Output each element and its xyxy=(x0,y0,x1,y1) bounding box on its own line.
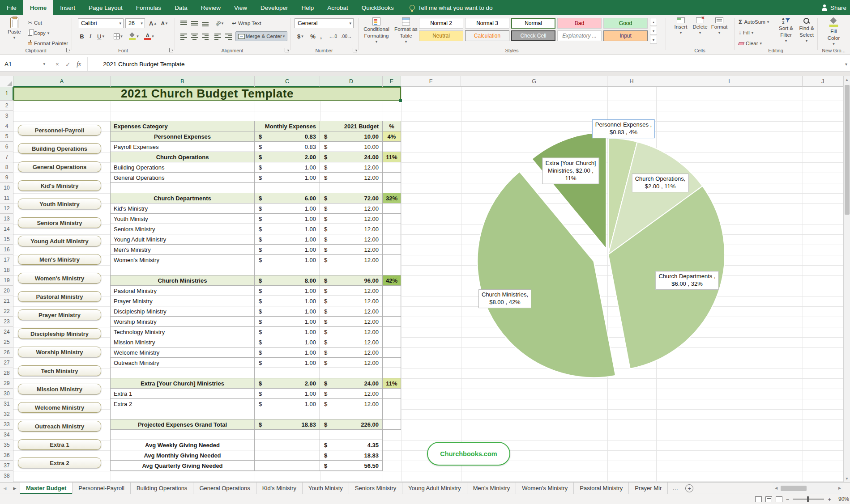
cell-B34[interactable] xyxy=(111,430,255,440)
cell-B6[interactable]: Payroll Expenses xyxy=(111,142,255,152)
italic-button[interactable]: I xyxy=(87,31,94,41)
cell-D23[interactable]: $12.00 xyxy=(320,317,383,327)
zoom-slider[interactable] xyxy=(793,499,824,500)
cell-E8[interactable] xyxy=(383,162,401,173)
row-header-15[interactable]: 15 xyxy=(0,234,13,245)
cell-D7[interactable]: $24.00 xyxy=(320,152,383,162)
row-header-13[interactable]: 13 xyxy=(0,214,13,224)
cell-C5[interactable]: $0.83 xyxy=(255,131,320,142)
increase-decimal-button[interactable]: ←.0 xyxy=(327,31,339,41)
cell-D36[interactable]: $18.83 xyxy=(320,450,383,461)
pie-label-church-operations[interactable]: Church Operations,$2.00 , 11% xyxy=(632,174,689,192)
cell-style-input[interactable]: Input xyxy=(603,30,648,41)
percent-style-button[interactable]: % xyxy=(309,31,317,41)
cell-B15[interactable]: Young Adult Ministry xyxy=(111,234,255,245)
nav-button-extra-1[interactable]: Extra 1 xyxy=(18,439,101,450)
cell-E11[interactable]: 32% xyxy=(383,193,401,203)
ribbon-tab-quickbooks[interactable]: QuickBooks xyxy=(355,0,401,15)
sheet-tab-overflow-icon[interactable]: … xyxy=(668,483,683,494)
horizontal-scrollbar[interactable]: ◀ ▶ xyxy=(773,482,843,494)
ribbon-tab-insert[interactable]: Insert xyxy=(53,0,82,15)
cell-C26[interactable]: $1.00 xyxy=(255,347,320,358)
column-header-E[interactable]: E xyxy=(383,76,401,87)
row-header-10[interactable]: 10 xyxy=(0,183,13,193)
cell-style-explanatory[interactable]: Explanatory ... xyxy=(557,30,602,41)
cell-D35[interactable]: $4.35 xyxy=(320,440,383,450)
cell-B29[interactable]: Extra [Your Church] Ministries xyxy=(111,378,255,389)
cell-B31[interactable]: Extra 2 xyxy=(111,399,255,409)
row-header-19[interactable]: 19 xyxy=(0,275,13,286)
cell-E6[interactable] xyxy=(383,142,401,152)
scroll-up-icon[interactable]: ▲ xyxy=(844,76,850,83)
cell-B26[interactable]: Welcome Ministry xyxy=(111,347,255,358)
cell-B9[interactable]: General Operations xyxy=(111,173,255,183)
cell-B5[interactable]: Personnel Expenses xyxy=(111,131,255,142)
sheet-tab-men-s-ministry[interactable]: Men's Ministry xyxy=(467,483,517,494)
clipboard-dialog-launcher[interactable] xyxy=(66,48,70,52)
fill-button[interactable]: ↓ Fill ▾ xyxy=(739,29,753,37)
ribbon-tab-help[interactable]: Help xyxy=(295,0,321,15)
find-select-button[interactable]: Find & Select ▾ xyxy=(797,15,816,51)
zoom-in-button[interactable]: + xyxy=(828,496,831,503)
font-dialog-launcher[interactable] xyxy=(169,48,173,52)
cell-D34[interactable] xyxy=(320,430,383,440)
nav-button-kid-s-ministry[interactable]: Kid's Ministry xyxy=(18,180,101,191)
align-middle-button[interactable] xyxy=(190,18,199,28)
cell-C37[interactable] xyxy=(255,461,320,471)
nav-button-general-operations[interactable]: General Operations xyxy=(18,161,101,172)
cell-B25[interactable]: Mission Ministry xyxy=(111,337,255,347)
column-header-I[interactable]: I xyxy=(656,76,803,87)
cell-D32[interactable] xyxy=(320,409,383,419)
decrease-decimal-button[interactable]: .00→ xyxy=(340,31,353,41)
cell-D27[interactable]: $12.00 xyxy=(320,358,383,368)
sort-filter-button[interactable]: AZ Sort & Filter ▾ xyxy=(776,15,796,51)
cell-C23[interactable]: $1.00 xyxy=(255,317,320,327)
copy-button[interactable]: Copy ▾ xyxy=(28,29,49,37)
cell-B27[interactable]: Outreach Ministry xyxy=(111,358,255,368)
cell-D11[interactable]: $72.00 xyxy=(320,193,383,203)
cell-D26[interactable]: $12.00 xyxy=(320,347,383,358)
cell-B11[interactable]: Church Departments xyxy=(111,193,255,203)
decrease-font-button[interactable]: A ▾ xyxy=(159,18,169,28)
nav-button-building-operations[interactable]: Building Operations xyxy=(18,143,101,154)
conditional-formatting-button[interactable]: Conditional Formatting ▾ xyxy=(362,15,391,51)
cell-B23[interactable]: Worship Ministry xyxy=(111,317,255,327)
horizontal-scroll-track[interactable] xyxy=(780,486,836,491)
cell-B19[interactable]: Church Ministries xyxy=(111,275,255,286)
cell-E20[interactable] xyxy=(383,286,401,296)
font-size-combo[interactable]: 26 ▾ xyxy=(125,18,145,28)
cell-C14[interactable]: $1.00 xyxy=(255,224,320,234)
number-format-combo[interactable]: General ▾ xyxy=(295,18,354,28)
increase-indent-button[interactable] xyxy=(224,32,233,42)
cell-D17[interactable]: $12.00 xyxy=(320,255,383,265)
cell-C24[interactable]: $1.00 xyxy=(255,327,320,337)
cell-C20[interactable]: $1.00 xyxy=(255,286,320,296)
cell-C15[interactable]: $1.00 xyxy=(255,234,320,245)
cell-E19[interactable]: 42% xyxy=(383,275,401,286)
increase-font-button[interactable]: A ▴ xyxy=(148,18,158,28)
cancel-entry-icon[interactable]: × xyxy=(56,61,59,68)
sheet-tab-youth-ministy[interactable]: Youth Ministy xyxy=(303,483,349,494)
cell-B4[interactable]: Expenses Category xyxy=(111,121,255,131)
vertical-scrollbar[interactable]: ▲ ▼ xyxy=(843,76,850,482)
row-header-2[interactable]: 2 xyxy=(0,101,13,111)
row-header-5[interactable]: 5 xyxy=(0,131,13,142)
cell-C35[interactable] xyxy=(255,440,320,450)
ribbon-tab-page-layout[interactable]: Page Layout xyxy=(82,0,129,15)
sheet-tab-prayer-mir[interactable]: Prayer Mir xyxy=(629,483,668,494)
fill-color-button[interactable]: ▾ xyxy=(127,31,141,41)
row-header-31[interactable]: 31 xyxy=(0,399,13,409)
pie-label-church-departments[interactable]: Church Departments ,$6.00 , 32% xyxy=(655,271,718,290)
row-header-25[interactable]: 25 xyxy=(0,337,13,347)
bold-button[interactable]: B xyxy=(78,31,86,41)
cell-E24[interactable] xyxy=(383,327,401,337)
row-header-33[interactable]: 33 xyxy=(0,419,13,430)
nav-button-young-adult-ministry[interactable]: Young Adult Ministry xyxy=(18,236,101,246)
align-top-button[interactable] xyxy=(179,18,188,28)
column-header-H[interactable]: H xyxy=(607,76,656,87)
row-header-20[interactable]: 20 xyxy=(0,286,13,296)
format-as-table-button[interactable]: Format as Table ▾ xyxy=(393,15,419,51)
cell-D25[interactable]: $12.00 xyxy=(320,337,383,347)
ribbon-tab-home[interactable]: Home xyxy=(23,0,54,15)
hscroll-left-icon[interactable]: ◀ xyxy=(773,486,780,490)
